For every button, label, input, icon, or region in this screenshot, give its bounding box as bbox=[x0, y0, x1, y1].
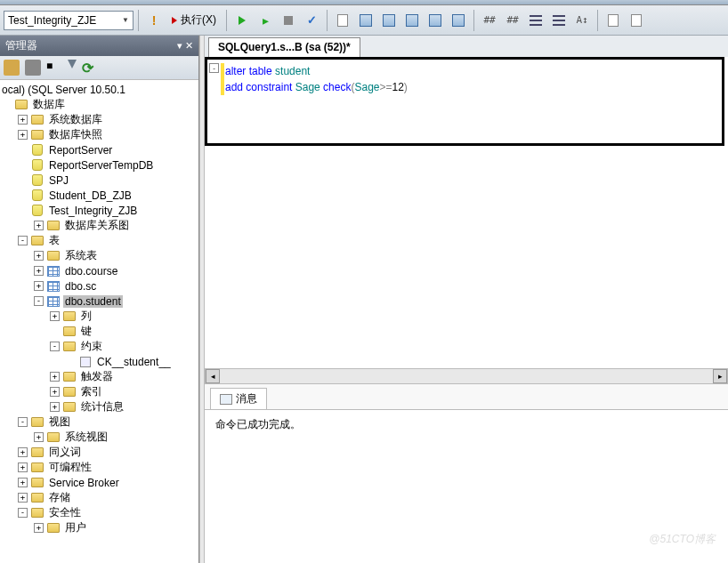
database-selector[interactable]: Test_Integrity_ZJE ▼ bbox=[4, 11, 133, 30]
scroll-right-button[interactable]: ▸ bbox=[713, 369, 727, 383]
node-label: 存储 bbox=[47, 490, 72, 505]
tree-node[interactable]: +Service Broker bbox=[0, 475, 198, 490]
doc-icon bbox=[337, 14, 348, 27]
horizontal-scrollbar[interactable]: ◂ ▸ bbox=[205, 368, 728, 384]
tree-node[interactable]: -dbo.student bbox=[0, 294, 198, 309]
indent-icon bbox=[553, 15, 565, 26]
debug-step-button[interactable]: ▸ bbox=[255, 10, 276, 31]
expander-icon[interactable]: + bbox=[34, 266, 44, 276]
debug-button[interactable] bbox=[231, 10, 253, 31]
expander-icon[interactable]: - bbox=[18, 417, 28, 427]
code-editor[interactable]: - alter table student add constraint Sag… bbox=[205, 57, 724, 146]
validate-button[interactable]: ! bbox=[143, 10, 165, 31]
expander-icon[interactable]: + bbox=[34, 281, 44, 291]
outdent-button[interactable] bbox=[525, 10, 546, 31]
tree-node[interactable]: +数据库关系图 bbox=[0, 218, 198, 233]
tree-node[interactable]: ReportServerTempDB bbox=[0, 157, 198, 173]
folder-icon bbox=[14, 99, 28, 111]
results-file-button[interactable] bbox=[378, 10, 400, 31]
tree-node[interactable]: +可编程性 bbox=[0, 460, 198, 475]
expander-icon[interactable]: - bbox=[18, 508, 28, 518]
object-tree[interactable]: ocal) (SQL Server 10.50.1 数据库+系统数据库+数据库快… bbox=[0, 80, 198, 563]
help-button[interactable] bbox=[626, 10, 647, 31]
node-label: 约束 bbox=[79, 339, 104, 354]
tree-node[interactable]: +同义词 bbox=[0, 445, 198, 460]
collapse-icon[interactable]: - bbox=[209, 63, 219, 73]
tree-node[interactable]: +索引 bbox=[0, 384, 198, 399]
expander-icon[interactable]: - bbox=[50, 342, 60, 351]
tree-node[interactable]: +数据库快照 bbox=[0, 127, 198, 142]
tree-node[interactable]: CK__student__ bbox=[0, 354, 198, 369]
expander-icon[interactable]: + bbox=[18, 462, 28, 472]
include-plan-button[interactable] bbox=[401, 10, 423, 31]
format-button[interactable]: A↕ bbox=[571, 10, 593, 31]
tree-node[interactable]: -视图 bbox=[0, 414, 198, 430]
expander-icon[interactable]: + bbox=[34, 523, 44, 533]
tree-node[interactable]: 键 bbox=[0, 324, 198, 339]
client-stats-button[interactable] bbox=[425, 10, 446, 31]
pin-icon[interactable]: ▾ ✕ bbox=[177, 40, 193, 52]
execute-button[interactable]: 执行(X) bbox=[166, 11, 222, 30]
tree-node[interactable]: Student_DB_ZJB bbox=[0, 188, 198, 203]
node-label: 索引 bbox=[79, 384, 104, 399]
node-label: Student_DB_ZJB bbox=[47, 189, 133, 202]
expander-icon[interactable]: - bbox=[34, 296, 44, 306]
tree-node[interactable]: +dbo.course bbox=[0, 263, 198, 278]
tree-node[interactable]: +系统表 bbox=[0, 248, 198, 263]
expander-icon[interactable]: + bbox=[18, 130, 28, 140]
stop-icon[interactable]: ■ bbox=[46, 60, 62, 76]
node-label: SPJ bbox=[47, 174, 70, 187]
expander-icon[interactable]: + bbox=[18, 115, 28, 125]
expander-icon[interactable]: + bbox=[50, 311, 60, 321]
db-icon bbox=[30, 189, 44, 202]
grid-icon bbox=[360, 14, 372, 27]
tree-node[interactable]: SPJ bbox=[0, 173, 198, 188]
results-text-button[interactable] bbox=[355, 10, 376, 31]
sidebar-title-text: 管理器 bbox=[5, 38, 37, 53]
outdent-icon bbox=[530, 15, 542, 26]
folder-icon bbox=[30, 129, 44, 141]
tree-node[interactable]: +触发器 bbox=[0, 369, 198, 384]
filter-icon[interactable] bbox=[68, 60, 77, 68]
expander-icon[interactable]: + bbox=[50, 372, 60, 382]
uncomment-button[interactable]: ## bbox=[502, 10, 523, 31]
tree-node[interactable]: -表 bbox=[0, 233, 198, 248]
options-button[interactable] bbox=[603, 10, 624, 31]
parse-button[interactable]: ✓ bbox=[301, 10, 322, 31]
expander-icon[interactable]: + bbox=[18, 478, 28, 487]
tree-node[interactable]: +系统数据库 bbox=[0, 112, 198, 127]
tree-node[interactable]: -安全性 bbox=[0, 505, 198, 520]
indent-button[interactable] bbox=[548, 10, 570, 31]
connect-icon[interactable] bbox=[4, 60, 20, 76]
expander-icon[interactable]: + bbox=[34, 432, 44, 442]
tree-node[interactable]: 数据库 bbox=[0, 97, 198, 112]
expander-icon[interactable]: - bbox=[18, 236, 28, 245]
query-tab[interactable]: SQLQuery1.s...B (sa (52))* bbox=[208, 37, 360, 57]
disconnect-icon[interactable] bbox=[25, 60, 41, 76]
tree-node[interactable]: -约束 bbox=[0, 339, 198, 354]
tree-node[interactable]: +dbo.sc bbox=[0, 278, 198, 294]
tree-node[interactable]: +列 bbox=[0, 309, 198, 324]
expander-icon[interactable]: + bbox=[18, 447, 28, 457]
expander-icon[interactable]: + bbox=[18, 493, 28, 503]
refresh-icon[interactable]: ⟳ bbox=[82, 60, 98, 76]
expander-icon[interactable]: + bbox=[50, 402, 60, 412]
tree-node[interactable]: ReportServer bbox=[0, 142, 198, 157]
table-icon bbox=[46, 265, 61, 277]
tree-node[interactable]: +存储 bbox=[0, 490, 198, 505]
expander-icon[interactable]: + bbox=[34, 251, 44, 261]
tree-node[interactable]: +用户 bbox=[0, 520, 198, 535]
stop-button[interactable] bbox=[278, 10, 299, 31]
expander-icon[interactable]: + bbox=[34, 221, 44, 230]
option-button[interactable] bbox=[448, 10, 469, 31]
messages-tab[interactable]: 消息 bbox=[210, 388, 267, 409]
scroll-left-button[interactable]: ◂ bbox=[206, 369, 220, 383]
code-line-2: add constraint Sage check(Sage>=12) bbox=[225, 79, 722, 95]
expander-icon[interactable]: + bbox=[50, 387, 60, 397]
comment-button[interactable]: ## bbox=[479, 10, 500, 31]
server-node[interactable]: ocal) (SQL Server 10.50.1 bbox=[0, 82, 198, 97]
results-grid-button[interactable] bbox=[332, 10, 353, 31]
tree-node[interactable]: +统计信息 bbox=[0, 399, 198, 414]
tree-node[interactable]: +系统视图 bbox=[0, 430, 198, 445]
tree-node[interactable]: Test_Integrity_ZJB bbox=[0, 203, 198, 218]
